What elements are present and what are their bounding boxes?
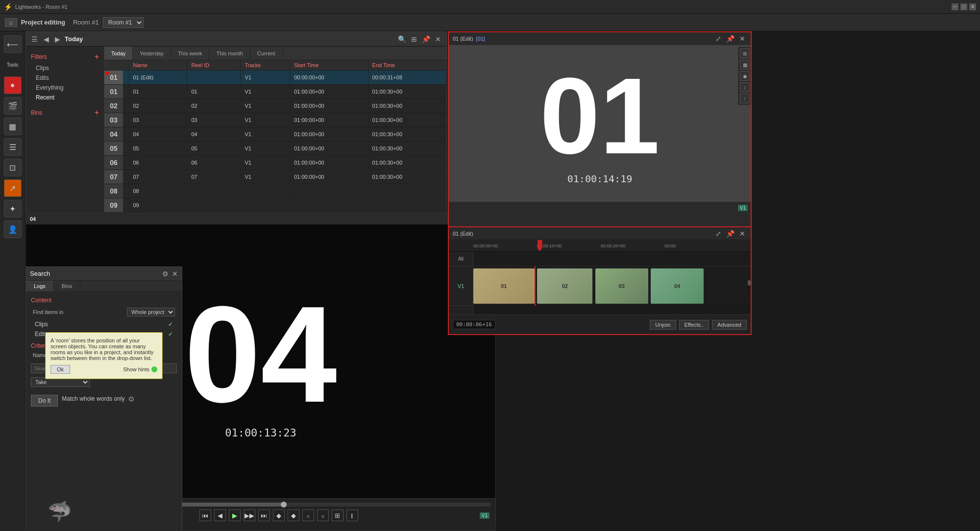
main-preview-expand[interactable]: ⤢ <box>714 35 723 43</box>
vertical-scrollbar[interactable] <box>748 276 751 295</box>
hint-dot[interactable] <box>151 366 157 372</box>
clip-04[interactable]: 04 <box>651 268 704 304</box>
back-nav-button[interactable]: ◀ <box>42 35 50 43</box>
skip-end-button[interactable]: ⏭ <box>258 509 270 521</box>
search-close-button[interactable]: ✕ <box>172 270 178 278</box>
prev-frame-button[interactable]: ◀ <box>214 509 226 521</box>
table-row[interactable]: 0909 <box>104 198 446 213</box>
close-bins-button[interactable]: ✕ <box>434 35 442 43</box>
col-name[interactable]: Name <box>129 60 187 71</box>
back-button[interactable]: ⟵ <box>4 35 22 53</box>
tab-this-week[interactable]: This week <box>171 47 210 60</box>
row-thumbnail: 08 <box>104 184 123 198</box>
pin-button[interactable]: 📌 <box>420 35 432 43</box>
clip-01[interactable]: 01 <box>473 268 535 304</box>
app-name-label: Lightworks - Room #1 <box>15 4 68 10</box>
timeline-ruler: 00:00:00+00 00:00:10+00 00:00:20+00 00:0… <box>449 240 751 252</box>
timeline-pin[interactable]: 📌 <box>725 230 736 238</box>
nav-item-edits[interactable]: Edits <box>26 73 104 83</box>
table-row[interactable]: 020202V101:00:00+0001:00:30+00 <box>104 99 446 113</box>
play-button[interactable]: ▶ <box>229 509 241 521</box>
nav-item-recent[interactable]: Recent <box>26 93 104 102</box>
preview-icon-5[interactable]: ↑ <box>740 94 750 103</box>
table-row[interactable]: 0808 <box>104 184 446 198</box>
home-button[interactable]: ⌂ <box>5 18 17 27</box>
clip-button[interactable]: 🎬 <box>4 97 22 115</box>
tab-today[interactable]: Today <box>104 47 133 60</box>
next-frame-button[interactable]: ▶▶ <box>244 509 255 521</box>
add-filter-button[interactable]: + <box>95 52 99 61</box>
table-row[interactable]: 050505V101:00:00+0001:00:30+00 <box>104 142 446 156</box>
search-config-button[interactable]: ⚙ <box>161 270 170 278</box>
tab-this-month[interactable]: This month <box>209 47 250 60</box>
advanced-button[interactable]: Advanced <box>712 320 747 330</box>
search-tab-logs[interactable]: Logs <box>26 281 54 291</box>
split-button[interactable]: ⫿ <box>346 509 358 521</box>
main-preview-content: 01 01:00:14:19 <box>449 45 751 202</box>
out-point-button[interactable]: ◆ <box>288 509 299 521</box>
col-end[interactable]: End Time <box>368 60 446 71</box>
cut-out-button[interactable]: ⬦ <box>317 509 329 521</box>
clip-02[interactable]: 02 <box>537 268 592 304</box>
match-whole-checkbox[interactable]: ⊙ <box>128 395 134 403</box>
preview-icon-4[interactable]: ↕ <box>740 82 750 92</box>
room-selector[interactable]: Room #1 <box>103 17 144 28</box>
app-icon: ⚡ <box>4 3 12 11</box>
media-button[interactable]: ⊡ <box>4 159 22 176</box>
minimize-button[interactable]: ─ <box>952 3 958 10</box>
edits-check[interactable]: ✓ <box>168 331 173 338</box>
close-button[interactable]: ✕ <box>969 3 976 10</box>
timeline-close[interactable]: ✕ <box>738 230 747 238</box>
skip-start-button[interactable]: ⏮ <box>199 509 211 521</box>
table-row[interactable]: 030303V101:00:00+0001:00:30+00 <box>104 113 446 127</box>
cut-in-button[interactable]: ⬦ <box>302 509 314 521</box>
unjoin-button[interactable]: Unjoin <box>650 320 676 330</box>
find-items-dropdown[interactable]: Whole project <box>127 308 175 316</box>
do-it-button[interactable]: Do It <box>31 395 58 407</box>
preview-icon-1[interactable]: ⊞ <box>740 48 750 58</box>
list-button[interactable]: ☰ <box>4 138 22 156</box>
search-panel-button[interactable]: 🔍 <box>396 35 408 43</box>
table-row[interactable]: 070707V101:00:00+0001:00:30+00 <box>104 170 446 184</box>
main-preview-pin[interactable]: 📌 <box>725 35 736 43</box>
clips-check[interactable]: ✓ <box>168 321 173 328</box>
main-preview-close[interactable]: ✕ <box>738 35 747 43</box>
table-row[interactable]: 010101V101:00:00+0001:00:30+00 <box>104 85 446 99</box>
row-reel-id: 05 <box>187 142 241 156</box>
nav-item-everything[interactable]: Everything <box>26 83 104 93</box>
add-bin-button[interactable]: + <box>95 108 99 117</box>
maximize-button[interactable]: □ <box>960 3 967 10</box>
row-reel-id: 02 <box>187 99 241 113</box>
effects-button[interactable]: Effects.. <box>679 320 710 330</box>
preview-icon-3[interactable]: ◉ <box>740 71 750 81</box>
export-button[interactable]: ↗ <box>4 179 22 197</box>
table-row[interactable]: 0101 (Edit)V100:00:00+0000:00:31+08 <box>104 71 446 85</box>
forward-nav-button[interactable]: ▶ <box>53 35 62 43</box>
timeline-expand[interactable]: ⤢ <box>714 230 723 238</box>
nav-item-clips[interactable]: Clips <box>26 63 104 73</box>
preview-icon-2[interactable]: ▦ <box>740 60 750 70</box>
col-reel-id[interactable]: Reel ID <box>187 60 241 71</box>
search-tab-bins[interactable]: Bins <box>54 281 80 291</box>
user-button[interactable]: 👤 <box>4 220 22 238</box>
in-point-button[interactable]: ◆ <box>273 509 285 521</box>
record-button[interactable]: ● <box>4 76 22 94</box>
row-start: 01:00:00+00 <box>290 142 368 156</box>
menu-button[interactable]: ☰ <box>30 35 39 43</box>
fx-button[interactable]: ✦ <box>4 200 22 217</box>
col-tracks[interactable]: Tracks <box>241 60 290 71</box>
clip-03[interactable]: 03 <box>595 268 648 304</box>
grid-button[interactable]: ▦ <box>4 118 22 135</box>
table-row[interactable]: 040404V101:00:00+0001:00:30+00 <box>104 127 446 142</box>
tab-current[interactable]: Current <box>250 47 283 60</box>
tab-yesterday[interactable]: Yesterday <box>133 47 171 60</box>
row-thumbnail: 07 <box>104 170 123 184</box>
table-row[interactable]: 060606V101:00:00+0001:00:30+00 <box>104 156 446 170</box>
progress-handle[interactable] <box>281 502 287 507</box>
col-start[interactable]: Start Time <box>290 60 368 71</box>
row-start: 01:00:00+00 <box>290 99 368 113</box>
view-toggle-button[interactable]: ⊞ <box>410 35 418 43</box>
tooltip-ok-button[interactable]: Ok <box>50 365 70 374</box>
row-start: 01:00:00+00 <box>290 170 368 184</box>
grid-toggle-button[interactable]: ⊞ <box>332 509 343 521</box>
